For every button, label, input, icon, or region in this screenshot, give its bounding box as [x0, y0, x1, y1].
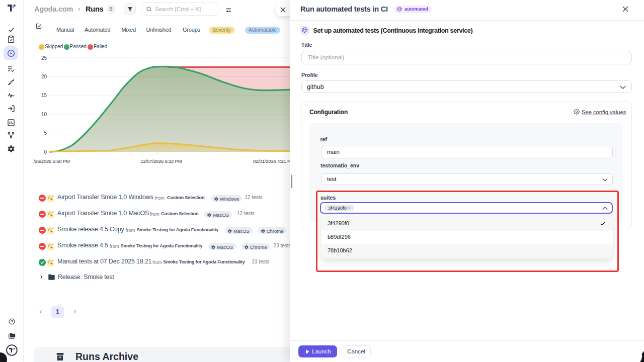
svg-text:5: 5: [44, 130, 47, 136]
svg-text:15: 15: [41, 93, 47, 98]
svg-text:25: 25: [41, 55, 47, 61]
svg-text:10: 10: [41, 112, 47, 117]
svg-text:20: 20: [41, 74, 47, 79]
svg-text:0: 0: [44, 149, 47, 155]
